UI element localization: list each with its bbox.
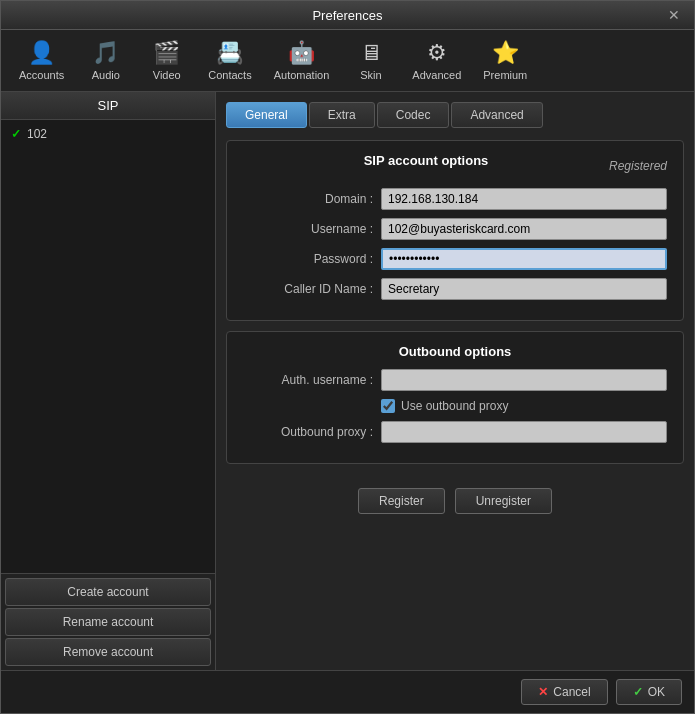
rename-account-button[interactable]: Rename account (5, 608, 211, 636)
password-row: Password : (243, 248, 667, 270)
bottom-bar: ✕ Cancel ✓ OK (1, 670, 694, 713)
outbound-proxy-row: Outbound proxy : (243, 421, 667, 443)
content-area: SIP ✓ 102 Create account Rename account … (1, 92, 694, 670)
toolbar-premium-label: Premium (483, 69, 527, 81)
ok-label: OK (648, 685, 665, 699)
tab-extra[interactable]: Extra (309, 102, 375, 128)
advanced-icon: ⚙ (427, 40, 447, 66)
toolbar: 👤 Accounts 🎵 Audio 🎬 Video 📇 Contacts 🤖 … (1, 30, 694, 92)
password-label: Password : (243, 252, 373, 266)
sidebar: SIP ✓ 102 Create account Rename account … (1, 92, 216, 670)
cancel-label: Cancel (553, 685, 590, 699)
accounts-icon: 👤 (28, 40, 55, 66)
window-title: Preferences (31, 8, 664, 23)
auth-username-input[interactable] (381, 369, 667, 391)
username-input[interactable] (381, 218, 667, 240)
audio-icon: 🎵 (92, 40, 119, 66)
account-registered-icon: ✓ (11, 127, 21, 141)
sidebar-buttons: Create account Rename account Remove acc… (1, 573, 215, 670)
remove-account-button[interactable]: Remove account (5, 638, 211, 666)
tab-general[interactable]: General (226, 102, 307, 128)
ok-icon: ✓ (633, 685, 643, 699)
toolbar-audio[interactable]: 🎵 Audio (78, 36, 133, 85)
toolbar-accounts[interactable]: 👤 Accounts (11, 36, 72, 85)
title-bar: Preferences ✕ (1, 1, 694, 30)
toolbar-automation-label: Automation (274, 69, 330, 81)
domain-row: Domain : (243, 188, 667, 210)
outbound-section: Outbound options Auth. username : Use ou… (226, 331, 684, 464)
premium-icon: ⭐ (492, 40, 519, 66)
username-label: Username : (243, 222, 373, 236)
video-icon: 🎬 (153, 40, 180, 66)
toolbar-premium[interactable]: ⭐ Premium (475, 36, 535, 85)
ok-button[interactable]: ✓ OK (616, 679, 682, 705)
auth-username-row: Auth. username : (243, 369, 667, 391)
domain-input[interactable] (381, 188, 667, 210)
use-outbound-proxy-label: Use outbound proxy (401, 399, 508, 413)
close-button[interactable]: ✕ (664, 7, 684, 23)
cancel-button[interactable]: ✕ Cancel (521, 679, 607, 705)
account-name: 102 (27, 127, 47, 141)
password-input[interactable] (381, 248, 667, 270)
register-button[interactable]: Register (358, 488, 445, 514)
sidebar-account-102[interactable]: ✓ 102 (5, 124, 211, 144)
preferences-window: Preferences ✕ 👤 Accounts 🎵 Audio 🎬 Video… (0, 0, 695, 714)
sidebar-header: SIP (1, 92, 215, 120)
toolbar-skin-label: Skin (360, 69, 381, 81)
toolbar-advanced[interactable]: ⚙ Advanced (404, 36, 469, 85)
callerid-row: Caller ID Name : (243, 278, 667, 300)
cancel-icon: ✕ (538, 685, 548, 699)
toolbar-video-label: Video (153, 69, 181, 81)
create-account-button[interactable]: Create account (5, 578, 211, 606)
outbound-proxy-label: Outbound proxy : (243, 425, 373, 439)
action-button-row: Register Unregister (226, 488, 684, 514)
toolbar-accounts-label: Accounts (19, 69, 64, 81)
toolbar-skin[interactable]: 🖥 Skin (343, 36, 398, 85)
use-outbound-proxy-row: Use outbound proxy (243, 399, 667, 413)
auth-username-label: Auth. username : (243, 373, 373, 387)
tabs: General Extra Codec Advanced (226, 102, 684, 128)
username-row: Username : (243, 218, 667, 240)
section-header-row: SIP account options Registered (243, 153, 667, 178)
tab-advanced[interactable]: Advanced (451, 102, 542, 128)
contacts-icon: 📇 (216, 40, 243, 66)
toolbar-contacts-label: Contacts (208, 69, 251, 81)
tab-codec[interactable]: Codec (377, 102, 450, 128)
sip-account-section: SIP account options Registered Domain : … (226, 140, 684, 321)
sip-section-title: SIP account options (243, 153, 609, 168)
unregister-button[interactable]: Unregister (455, 488, 552, 514)
toolbar-video[interactable]: 🎬 Video (139, 36, 194, 85)
callerid-input[interactable] (381, 278, 667, 300)
automation-icon: 🤖 (288, 40, 315, 66)
outbound-proxy-input[interactable] (381, 421, 667, 443)
main-panel: General Extra Codec Advanced SIP account… (216, 92, 694, 670)
toolbar-audio-label: Audio (92, 69, 120, 81)
toolbar-automation[interactable]: 🤖 Automation (266, 36, 338, 85)
toolbar-contacts[interactable]: 📇 Contacts (200, 36, 259, 85)
registered-status: Registered (609, 159, 667, 173)
sidebar-list: ✓ 102 (1, 120, 215, 573)
use-outbound-proxy-checkbox[interactable] (381, 399, 395, 413)
callerid-label: Caller ID Name : (243, 282, 373, 296)
skin-icon: 🖥 (360, 40, 382, 66)
outbound-section-title: Outbound options (243, 344, 667, 359)
domain-label: Domain : (243, 192, 373, 206)
toolbar-advanced-label: Advanced (412, 69, 461, 81)
